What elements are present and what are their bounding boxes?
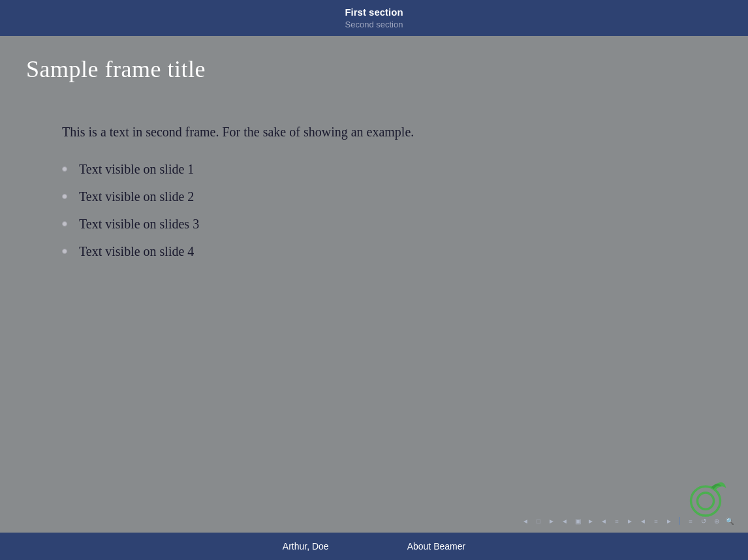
nav-menu-icon[interactable]: ≡ [685,516,696,526]
list-item: Text visible on slide 1 [62,160,722,178]
nav-next2-icon[interactable]: ► [664,516,674,526]
nav-search-icon[interactable]: 🔍 [725,516,735,526]
frame-body: This is a text in second frame. For the … [26,122,722,260]
bullet-text: Text visible on slide 4 [79,242,194,260]
frame-title: Sample frame title [26,55,722,83]
intro-text: This is a text in second frame. For the … [62,122,722,142]
nav-zoom-icon[interactable]: ⊕ [711,516,722,526]
section-labels: First section Second section [345,5,403,31]
controls-separator [679,517,680,525]
nav-list-icon[interactable]: ≡ [612,516,622,526]
nav-prev-frame-icon[interactable]: ◄ [520,516,531,526]
slide-content-area: Sample frame title This is a text in sec… [0,36,748,533]
bullet-text: Text visible on slide 2 [79,187,194,206]
nav-section-icon[interactable]: ▣ [572,516,583,526]
active-section-label: First section [345,5,403,19]
overleaf-logo-icon [683,474,728,520]
nav-prev-page-icon[interactable]: ◄ [599,516,609,526]
nav-next-page-icon[interactable]: ► [625,516,635,526]
bottom-footer: Arthur, Doe About Beamer [0,533,748,560]
nav-next-frame-icon[interactable]: ► [546,516,557,526]
nav-frame-icon[interactable]: □ [533,516,544,526]
navigation-controls[interactable]: ◄ □ ► ◄ ▣ ► ◄ ≡ ► ◄ ≡ ► ≡ ↺ ⊕ 🔍 [520,516,735,526]
bullet-icon [62,194,67,199]
inactive-section-label: Second section [345,19,403,31]
footer-content: Arthur, Doe About Beamer [0,541,748,552]
footer-about: About Beamer [368,541,505,552]
svg-point-0 [691,486,721,516]
nav-prev2-icon[interactable]: ◄ [638,516,648,526]
nav-refresh-icon[interactable]: ↺ [698,516,709,526]
top-navigation-bar: First section Second section [0,0,748,36]
bullet-list: Text visible on slide 1 Text visible on … [62,160,722,260]
nav-list2-icon[interactable]: ≡ [651,516,661,526]
bullet-icon [62,166,67,172]
svg-point-1 [697,493,713,509]
nav-prev-section-icon[interactable]: ◄ [559,516,570,526]
list-item: Text visible on slides 3 [62,215,722,233]
list-item: Text visible on slide 2 [62,187,722,206]
list-item: Text visible on slide 4 [62,242,722,260]
bullet-icon [62,221,67,226]
bullet-icon [62,249,67,254]
bullet-text: Text visible on slides 3 [79,215,199,233]
nav-next-section-icon[interactable]: ► [585,516,596,526]
bullet-text: Text visible on slide 1 [79,160,194,178]
footer-author: Arthur, Doe [243,541,368,552]
